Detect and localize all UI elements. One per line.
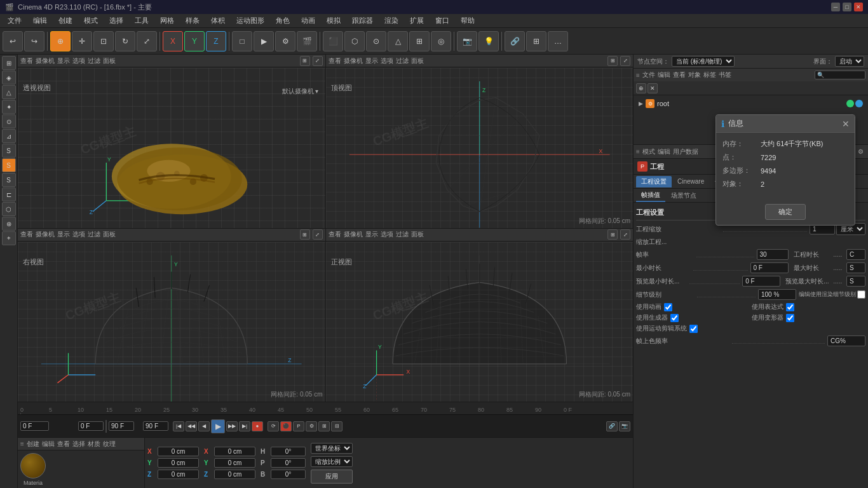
mat-menu-material[interactable]: 材质 [88, 440, 100, 449]
vp-right-menu-disp[interactable]: 显示 [57, 230, 70, 239]
subtab-frame-interpolation[interactable]: 帧插值 [636, 189, 665, 202]
pos-z-input[interactable] [158, 470, 199, 479]
mat-menu-texture[interactable]: 纹理 [103, 440, 116, 449]
objmgr-menu-edit[interactable]: 编辑 [658, 71, 670, 79]
apply-button[interactable]: 应用 [311, 470, 353, 484]
vp-persp-menu-cam[interactable]: 摄像机 [36, 57, 55, 65]
menu-mograph[interactable]: 运动图形 [231, 15, 269, 27]
mat-menu-select[interactable]: 选择 [72, 440, 85, 449]
p-input[interactable] [271, 458, 306, 468]
left-tool-11[interactable]: ⊛ [2, 217, 16, 231]
menu-character[interactable]: 角色 [271, 15, 295, 27]
minimize-button[interactable]: ─ [831, 3, 840, 11]
interface-dropdown[interactable]: 启动 [835, 56, 864, 67]
vp-front-menu-filter[interactable]: 过滤 [396, 230, 409, 239]
camera-btn[interactable]: 📷 [457, 31, 477, 51]
obj-sphere[interactable]: ⬡ [344, 31, 365, 51]
mat-menu-create[interactable]: 创建 [27, 440, 39, 449]
timeline-settings[interactable]: ⚙ [306, 421, 317, 431]
pos-x-input[interactable] [158, 447, 199, 456]
vp-persp-menu-look[interactable]: 查看 [20, 57, 33, 65]
viewport-top[interactable]: 查看 摄像机 显示 选项 过滤 面板 ⊞ ⤢ CG模型主 顶视图 网格间距: 0… [326, 55, 634, 228]
menu-mesh[interactable]: 网格 [155, 15, 179, 27]
info-dialog-close[interactable]: ✕ [842, 119, 850, 129]
menu-help[interactable]: 帮助 [456, 15, 480, 27]
left-tool-2[interactable]: △ [2, 85, 16, 99]
vp-right-menu-look[interactable]: 查看 [20, 230, 33, 239]
timeline-mode2[interactable]: ⊟ [331, 421, 342, 431]
end-frame-input[interactable] [109, 421, 134, 431]
menu-select[interactable]: 选择 [104, 15, 128, 27]
vp-right-menu-panel[interactable]: 面板 [103, 230, 116, 239]
size-x-input[interactable] [214, 447, 255, 456]
timeline-snap[interactable]: 🔗 [606, 421, 618, 431]
vp-right-layout[interactable]: ⊞ [300, 229, 310, 240]
vp-right-maximize[interactable]: ⤢ [313, 229, 323, 240]
transform-tool[interactable]: ⤢ [137, 31, 157, 51]
size-y-input[interactable] [214, 458, 255, 468]
obj-cube[interactable]: ⬛ [323, 31, 343, 51]
preview-max-input[interactable] [846, 276, 865, 287]
scale-mode-dropdown[interactable]: 缩放比例 尺寸 [311, 456, 353, 467]
objmgr-menu-obj[interactable]: 对象 [688, 71, 701, 79]
vp-persp-menu-disp[interactable]: 显示 [57, 57, 70, 65]
redo-button[interactable]: ↪ [24, 31, 44, 51]
next-frame-btn[interactable]: ▶▶ [226, 421, 238, 431]
axis-z-button[interactable]: Z [206, 31, 226, 51]
timeline-mode1[interactable]: ⊞ [318, 421, 330, 431]
render-viewport[interactable]: 🎬 [297, 31, 317, 51]
menu-render[interactable]: 渲染 [379, 15, 403, 27]
maxtime-input[interactable] [846, 262, 865, 273]
vp-top-maximize[interactable]: ⤢ [620, 56, 630, 66]
timeline-camera[interactable]: 📷 [619, 421, 630, 431]
vp-persp-menu-panel[interactable]: 面板 [103, 57, 116, 65]
record-btn[interactable]: ● [252, 421, 263, 431]
lod-render-checkbox[interactable] [857, 290, 865, 299]
h-input[interactable] [271, 447, 306, 456]
objmgr-menu-file[interactable]: 文件 [642, 71, 655, 79]
proj-duration-input[interactable] [846, 249, 865, 260]
menu-file[interactable]: 文件 [3, 15, 27, 27]
play-btn[interactable]: ▶ [211, 419, 225, 433]
grid-btn[interactable]: ⊞ [526, 31, 546, 51]
key-add-btn[interactable]: P [293, 421, 304, 431]
objmgr-menu-look[interactable]: 查看 [673, 71, 686, 79]
left-tool-12[interactable]: ⌖ [2, 231, 16, 245]
goto-start-btn[interactable]: |◀ [173, 421, 184, 431]
vp-persp-menu-sel[interactable]: 选项 [72, 57, 85, 65]
left-tool-9[interactable]: ⊏ [2, 187, 16, 201]
props-mode-menu[interactable]: 模式 [642, 147, 655, 156]
vp-front-menu-sel[interactable]: 选项 [381, 230, 393, 239]
coord-system-dropdown[interactable]: 世界坐标 对象坐标 [311, 443, 353, 454]
start-frame-input[interactable] [78, 421, 104, 431]
vp-front-menu-cam[interactable]: 摄像机 [344, 230, 363, 239]
info-confirm-button[interactable]: 确定 [765, 204, 806, 220]
obj-render-dot[interactable] [855, 100, 863, 107]
menu-volume[interactable]: 体积 [206, 15, 230, 27]
menu-tracker[interactable]: 跟踪器 [347, 15, 378, 27]
more-btn[interactable]: … [548, 31, 568, 51]
left-tool-0[interactable]: ⊞ [2, 56, 16, 70]
use-animation-checkbox[interactable] [664, 303, 672, 311]
vp-front-menu-look[interactable]: 查看 [329, 230, 341, 239]
viewport-right[interactable]: 查看 摄像机 显示 选项 过滤 面板 ⊞ ⤢ CG模型主 右视图 网格间距: 0… [18, 229, 325, 402]
play-back-btn[interactable]: ◀ [198, 421, 210, 431]
pos-y-input[interactable] [158, 458, 199, 468]
axis-x-button[interactable]: X [163, 31, 183, 51]
vp-front-menu-disp[interactable]: 显示 [365, 230, 378, 239]
vp-right-menu-filter[interactable]: 过滤 [88, 230, 100, 239]
objmgr-search-input[interactable] [815, 71, 865, 79]
preview-end-input[interactable] [143, 421, 168, 431]
obj-visible-dot[interactable] [846, 100, 854, 107]
props-user-menu[interactable]: 用户数据 [673, 147, 698, 156]
left-tool-5[interactable]: ⊿ [2, 129, 16, 143]
vp-right-menu-sel[interactable]: 选项 [72, 230, 85, 239]
objmgr-toolbar-btn2[interactable]: ✕ [648, 83, 658, 93]
menu-extensions[interactable]: 扩展 [405, 15, 429, 27]
left-tool-7[interactable]: S [2, 158, 16, 172]
tab-project-settings[interactable]: 工程设置 [636, 176, 672, 187]
use-motion-clip-checkbox[interactable] [689, 325, 698, 333]
frame-color-input[interactable] [827, 336, 865, 346]
mintime-input[interactable] [750, 262, 789, 273]
vp-top-menu-cam[interactable]: 摄像机 [344, 57, 363, 65]
